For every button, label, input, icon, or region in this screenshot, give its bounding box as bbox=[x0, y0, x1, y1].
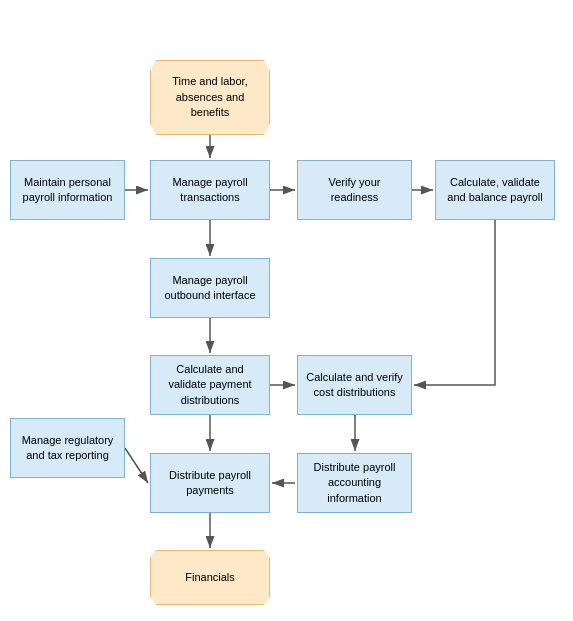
manage-payroll-transactions-label: Manage payroll transactions bbox=[157, 175, 263, 206]
svg-line-9 bbox=[125, 448, 148, 483]
time-labor-cloud: Time and labor, absences and benefits bbox=[150, 60, 270, 135]
diagram: Time and labor, absences and benefits Ma… bbox=[0, 0, 573, 621]
maintain-personal-box: Maintain personal payroll information bbox=[10, 160, 125, 220]
verify-readiness-box: Verify your readiness bbox=[297, 160, 412, 220]
manage-regulatory-label: Manage regulatory and tax reporting bbox=[17, 433, 118, 464]
financials-label: Financials bbox=[185, 570, 235, 585]
distribute-accounting-label: Distribute payroll accounting informatio… bbox=[304, 460, 405, 506]
calculate-validate-payment-label: Calculate and validate payment distribut… bbox=[157, 362, 263, 408]
arrows-overlay bbox=[0, 0, 573, 621]
manage-outbound-label: Manage payroll outbound interface bbox=[157, 273, 263, 304]
calculate-validate-balance-label: Calculate, validate and balance payroll bbox=[442, 175, 548, 206]
maintain-personal-label: Maintain personal payroll information bbox=[17, 175, 118, 206]
calculate-verify-cost-label: Calculate and verify cost distributions bbox=[304, 370, 405, 401]
distribute-accounting-box: Distribute payroll accounting informatio… bbox=[297, 453, 412, 513]
manage-regulatory-box: Manage regulatory and tax reporting bbox=[10, 418, 125, 478]
distribute-payments-box: Distribute payroll payments bbox=[150, 453, 270, 513]
calculate-verify-cost-box: Calculate and verify cost distributions bbox=[297, 355, 412, 415]
calculate-validate-balance-box: Calculate, validate and balance payroll bbox=[435, 160, 555, 220]
verify-readiness-label: Verify your readiness bbox=[304, 175, 405, 206]
time-labor-label: Time and labor, absences and benefits bbox=[157, 74, 263, 120]
financials-cloud: Financials bbox=[150, 550, 270, 605]
calculate-validate-payment-box: Calculate and validate payment distribut… bbox=[150, 355, 270, 415]
manage-payroll-transactions-box: Manage payroll transactions bbox=[150, 160, 270, 220]
manage-outbound-box: Manage payroll outbound interface bbox=[150, 258, 270, 318]
distribute-payments-label: Distribute payroll payments bbox=[157, 468, 263, 499]
